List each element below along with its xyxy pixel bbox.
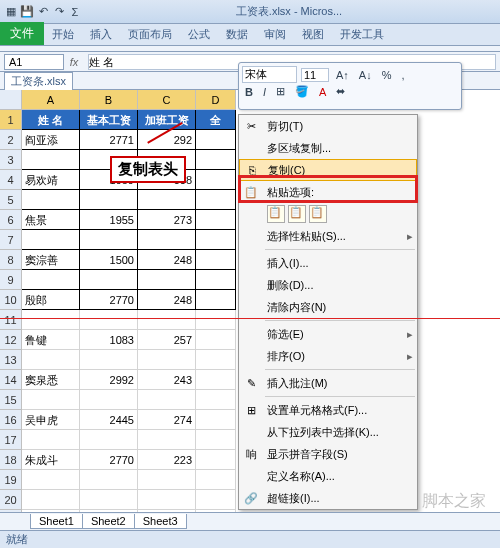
menu-item[interactable]: 筛选(E)▸	[239, 323, 417, 345]
border-icon[interactable]: ⊞	[273, 85, 288, 98]
row-head[interactable]: 7	[0, 230, 21, 250]
cell[interactable]	[22, 390, 80, 410]
cell[interactable]: 姓 名	[22, 110, 80, 130]
cell[interactable]: 2771	[80, 130, 138, 150]
font-size[interactable]: 11	[301, 68, 329, 82]
cell[interactable]: 248	[138, 290, 196, 310]
cell[interactable]	[22, 350, 80, 370]
cell[interactable]	[196, 290, 236, 310]
row-head[interactable]: 4	[0, 170, 21, 190]
cell[interactable]	[196, 130, 236, 150]
cell[interactable]	[80, 350, 138, 370]
cell[interactable]	[196, 170, 236, 190]
cell[interactable]	[196, 230, 236, 250]
row-head[interactable]: 14	[0, 370, 21, 390]
menu-item[interactable]: 多区域复制...	[239, 137, 417, 159]
menu-item[interactable]: 从下拉列表中选择(K)...	[239, 421, 417, 443]
menu-item[interactable]: 插入(I)...	[239, 252, 417, 274]
row-head[interactable]: 6	[0, 210, 21, 230]
cell[interactable]	[196, 310, 236, 330]
row-head[interactable]: 15	[0, 390, 21, 410]
cell[interactable]: 223	[138, 450, 196, 470]
row-head[interactable]: 10	[0, 290, 21, 310]
cell[interactable]	[196, 250, 236, 270]
font-color-icon[interactable]: A	[316, 86, 329, 98]
save-icon[interactable]: 💾	[20, 5, 34, 19]
cell[interactable]	[138, 430, 196, 450]
menu-item[interactable]: 删除(D)...	[239, 274, 417, 296]
row-head[interactable]: 5	[0, 190, 21, 210]
tab-review[interactable]: 审阅	[256, 24, 294, 45]
cell[interactable]: 2770	[80, 450, 138, 470]
cell[interactable]: 2992	[80, 370, 138, 390]
cell[interactable]: 2445	[80, 410, 138, 430]
cell[interactable]	[196, 390, 236, 410]
cell[interactable]: 窦淙善	[22, 250, 80, 270]
cell[interactable]	[196, 210, 236, 230]
menu-item[interactable]: ✎插入批注(M)	[239, 372, 417, 394]
cell[interactable]	[22, 230, 80, 250]
fill-color-icon[interactable]: 🪣	[292, 85, 312, 98]
cell[interactable]: 1955	[80, 210, 138, 230]
row-head[interactable]: 20	[0, 490, 21, 510]
sheet-tab[interactable]: Sheet3	[134, 514, 187, 529]
redo-icon[interactable]: ↷	[52, 5, 66, 19]
cell[interactable]	[22, 310, 80, 330]
cell[interactable]: 257	[138, 330, 196, 350]
cell[interactable]: 阎亚添	[22, 130, 80, 150]
cell[interactable]: 243	[138, 370, 196, 390]
cell[interactable]	[196, 430, 236, 450]
tab-data[interactable]: 数据	[218, 24, 256, 45]
tab-home[interactable]: 开始	[44, 24, 82, 45]
cell[interactable]: 吴申虎	[22, 410, 80, 430]
cell[interactable]	[138, 350, 196, 370]
cell[interactable]	[80, 390, 138, 410]
percent-icon[interactable]: %	[379, 69, 395, 81]
cell[interactable]	[138, 230, 196, 250]
cell[interactable]	[22, 190, 80, 210]
cell[interactable]: 1083	[80, 330, 138, 350]
cell[interactable]: 全	[196, 110, 236, 130]
cell[interactable]	[22, 490, 80, 510]
cell[interactable]	[22, 270, 80, 290]
cell[interactable]	[80, 310, 138, 330]
cell[interactable]	[22, 150, 80, 170]
paste-options[interactable]: 📋📋📋	[239, 203, 417, 225]
cell[interactable]: 273	[138, 210, 196, 230]
comma-icon[interactable]: ,	[398, 69, 407, 81]
cell[interactable]	[80, 230, 138, 250]
sheet-tab[interactable]: Sheet1	[30, 514, 83, 529]
row-head[interactable]: 16	[0, 410, 21, 430]
cell[interactable]	[196, 490, 236, 510]
cell[interactable]	[196, 330, 236, 350]
col-d[interactable]: D	[196, 90, 236, 110]
cell[interactable]	[138, 390, 196, 410]
shrink-font-icon[interactable]: A↓	[356, 69, 375, 81]
menu-item[interactable]: 🔗超链接(I)...	[239, 487, 417, 509]
cell[interactable]: 朱成斗	[22, 450, 80, 470]
cell[interactable]	[196, 370, 236, 390]
menu-item[interactable]: ⊞设置单元格格式(F)...	[239, 399, 417, 421]
bold-icon[interactable]: B	[242, 86, 256, 98]
fx-icon[interactable]: fx	[64, 56, 84, 68]
tab-dev[interactable]: 开发工具	[332, 24, 392, 45]
tab-formula[interactable]: 公式	[180, 24, 218, 45]
cell[interactable]	[196, 150, 236, 170]
row-head[interactable]: 3	[0, 150, 21, 170]
cell[interactable]	[196, 270, 236, 290]
row-head[interactable]: 1	[0, 110, 21, 130]
sum-icon[interactable]: Σ	[68, 5, 82, 19]
cell[interactable]	[80, 270, 138, 290]
row-head[interactable]: 11	[0, 310, 21, 330]
file-tab[interactable]: 文件	[0, 22, 44, 45]
cell[interactable]	[138, 470, 196, 490]
cell[interactable]	[138, 310, 196, 330]
cell[interactable]: 加班工资	[138, 110, 196, 130]
menu-item[interactable]: 清除内容(N)	[239, 296, 417, 318]
undo-icon[interactable]: ↶	[36, 5, 50, 19]
col-b[interactable]: B	[80, 90, 138, 110]
cell[interactable]: 窦泉悉	[22, 370, 80, 390]
italic-icon[interactable]: I	[260, 86, 269, 98]
menu-item[interactable]: ✂剪切(T)	[239, 115, 417, 137]
cell[interactable]: 殷郎	[22, 290, 80, 310]
